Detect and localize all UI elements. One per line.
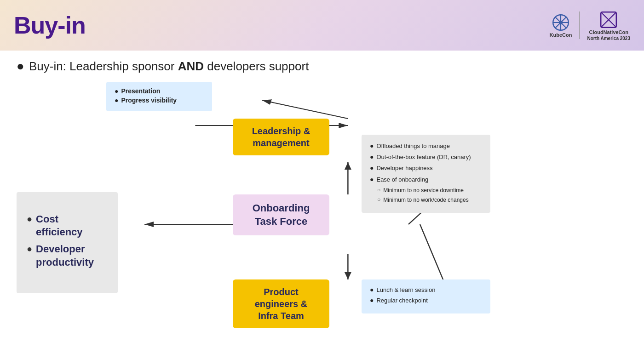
lunch-learn-label: Lunch & learn session xyxy=(376,286,435,294)
cloudnative-logo: CloudNativeCon North America 2023 xyxy=(587,10,630,41)
top-bullet: ● Buy-in: Leadership sponsor AND develop… xyxy=(17,59,627,74)
presentation-label: Presentation xyxy=(121,87,160,95)
ease-onboarding-label: Ease of onboarding xyxy=(376,176,428,184)
bullet: ● xyxy=(370,296,374,304)
kubecon-icon xyxy=(551,13,570,32)
min-downtime-item: ○ Minimum to no service downtime xyxy=(377,187,482,194)
cloudnative-label: CloudNativeCon xyxy=(589,29,628,35)
min-code-label: Minimum to no work/code changes xyxy=(383,196,468,204)
bullet: ● xyxy=(115,97,118,104)
ootb-item: ● Out-of-the-box feature (DR, canary) xyxy=(370,153,482,161)
cloudnative-icon xyxy=(599,10,618,29)
presentation-box: ● Presentation ● Progress visibility xyxy=(106,82,212,111)
progress-label: Progress visibility xyxy=(121,97,177,104)
product-box: Productengineers &Infra Team xyxy=(233,279,329,328)
right-bottom-box: ● Lunch & learn session ● Regular checkp… xyxy=(362,279,490,313)
onboarding-box: OnboardingTask Force xyxy=(233,194,329,235)
developer-productivity-item: ● Developer productivity xyxy=(27,243,108,269)
left-benefits-box: ● Cost efficiency ● Developer productivi… xyxy=(17,192,118,293)
bullet: ● xyxy=(370,142,374,149)
presentation-item: ● Presentation xyxy=(115,87,204,95)
logo-divider xyxy=(579,11,580,39)
kubecon-logo: KubeCon xyxy=(550,13,572,38)
sub-bullet: ○ xyxy=(377,196,380,203)
top-bullet-bold: AND xyxy=(178,59,204,73)
ease-onboarding-item: ● Ease of onboarding xyxy=(370,176,482,184)
product-title: Productengineers &Infra Team xyxy=(255,287,307,321)
dev-happiness-label: Developer happiness xyxy=(376,164,432,172)
dev-happiness-item: ● Developer happiness xyxy=(370,164,482,172)
ootb-label: Out-of-the-box feature (DR, canary) xyxy=(376,153,471,161)
kubecon-label: KubeCon xyxy=(550,32,572,38)
checkpoint-label: Regular checkpoint xyxy=(376,296,427,305)
bullet-dot: ● xyxy=(17,59,24,74)
progress-item: ● Progress visibility xyxy=(115,97,204,104)
checkpoint-item: ● Regular checkpoint xyxy=(370,296,482,305)
svg-line-12 xyxy=(262,100,348,119)
onboarding-title: OnboardingTask Force xyxy=(253,202,310,227)
right-benefits-box: ● Offloaded things to manage ● Out-of-th… xyxy=(362,135,490,213)
min-downtime-label: Minimum to no service downtime xyxy=(383,187,464,194)
cost-efficiency-item: ● Cost efficiency xyxy=(27,213,108,239)
sub-bullet: ○ xyxy=(377,187,380,193)
top-bullet-prefix: Buy-in: Leadership sponsor xyxy=(29,59,178,73)
page-title: Buy-in xyxy=(14,11,86,39)
bullet: ● xyxy=(370,176,374,183)
bullet: ● xyxy=(27,213,32,225)
cost-efficiency-label: Cost efficiency xyxy=(36,213,108,239)
logos: KubeCon CloudNativeCon North America 202… xyxy=(550,10,630,41)
diagram-layout: ● Presentation ● Progress visibility Lea… xyxy=(17,82,627,339)
bullet: ● xyxy=(370,164,374,171)
lunch-learn-item: ● Lunch & learn session xyxy=(370,286,482,294)
bullet: ● xyxy=(370,286,374,293)
leadership-box: Leadership &management xyxy=(233,119,329,155)
event-label: North America 2023 xyxy=(587,36,630,41)
offloaded-label: Offloaded things to manage xyxy=(376,142,450,150)
top-bullet-suffix: developers support xyxy=(204,59,309,73)
bullet: ● xyxy=(370,153,374,160)
leadership-title: Leadership &management xyxy=(252,126,310,148)
min-code-item: ○ Minimum to no work/code changes xyxy=(377,196,482,204)
main-content: ● Buy-in: Leadership sponsor AND develop… xyxy=(0,51,644,359)
top-bullet-text: Buy-in: Leadership sponsor AND developer… xyxy=(29,59,309,74)
offloaded-item: ● Offloaded things to manage xyxy=(370,142,482,150)
developer-productivity-label: Developer productivity xyxy=(36,243,108,269)
bullet: ● xyxy=(115,87,118,95)
header: Buy-in KubeCon CloudNativeCon North Amer… xyxy=(0,0,644,51)
bullet: ● xyxy=(27,243,32,255)
